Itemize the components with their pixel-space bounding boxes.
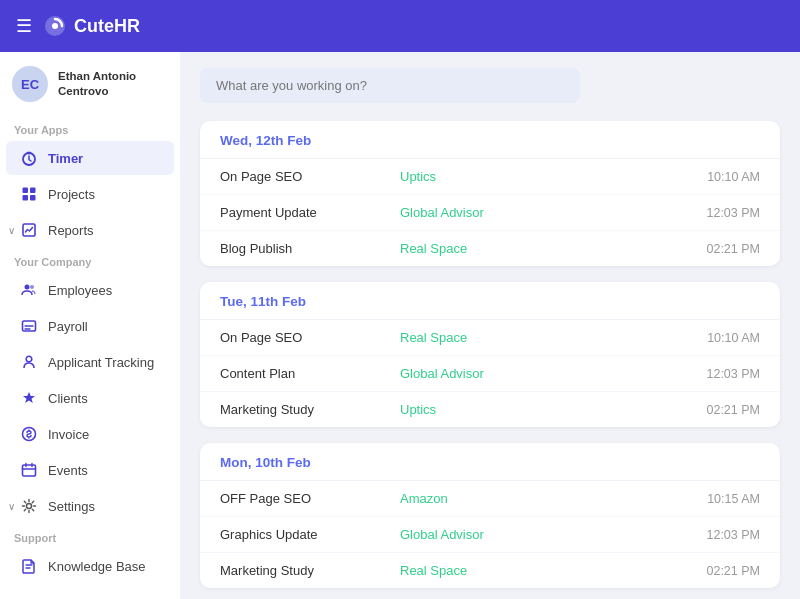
- sidebar-item-settings[interactable]: ∨ Settings: [6, 489, 174, 523]
- entry-task-name: Blog Publish: [220, 241, 400, 256]
- entry-time: 12:03 PM: [706, 528, 760, 542]
- day-header-2: Mon, 10th Feb: [200, 443, 780, 481]
- settings-icon: [20, 497, 38, 515]
- entry-company-name: Global Advisor: [400, 205, 706, 220]
- table-row[interactable]: On Page SEOUptics10:10 AM: [200, 159, 780, 195]
- clients-icon: [20, 389, 38, 407]
- sidebar-item-employees-label: Employees: [48, 283, 112, 298]
- sidebar-profile[interactable]: EC Ethan AntonioCentrovo: [0, 52, 180, 116]
- sidebar-item-payroll-label: Payroll: [48, 319, 88, 334]
- svg-rect-5: [23, 195, 29, 201]
- day-section-0: Wed, 12th FebOn Page SEOUptics10:10 AMPa…: [200, 121, 780, 266]
- entry-company-name: Real Space: [400, 241, 706, 256]
- avatar: EC: [12, 66, 48, 102]
- sidebar-item-reports[interactable]: ∨ Reports: [6, 213, 174, 247]
- svg-point-14: [27, 504, 32, 509]
- applicant-tracking-icon: [20, 353, 38, 371]
- main-content: Wed, 12th FebOn Page SEOUptics10:10 AMPa…: [180, 52, 800, 599]
- entry-time: 10:10 AM: [707, 170, 760, 184]
- table-row[interactable]: Graphics UpdateGlobal Advisor12:03 PM: [200, 517, 780, 553]
- entry-company-name: Real Space: [400, 330, 707, 345]
- sidebar-item-knowledge-base-label: Knowledge Base: [48, 559, 146, 574]
- sidebar-item-timer[interactable]: Timer: [6, 141, 174, 175]
- sidebar-item-invoice-label: Invoice: [48, 427, 89, 442]
- app-logo: CuteHR: [44, 15, 140, 37]
- sidebar-item-timer-label: Timer: [48, 151, 83, 166]
- day-header-1: Tue, 11th Feb: [200, 282, 780, 320]
- entry-task-name: On Page SEO: [220, 169, 400, 184]
- entry-time: 12:03 PM: [706, 206, 760, 220]
- payroll-icon: [20, 317, 38, 335]
- svg-point-1: [52, 23, 58, 29]
- svg-rect-6: [30, 195, 36, 201]
- svg-rect-3: [23, 188, 29, 194]
- table-row[interactable]: On Page SEOReal Space10:10 AM: [200, 320, 780, 356]
- entry-company-name: Uptics: [400, 402, 706, 417]
- reports-chevron-icon: ∨: [8, 225, 15, 236]
- settings-chevron-icon: ∨: [8, 501, 15, 512]
- invoice-icon: [20, 425, 38, 443]
- svg-rect-4: [30, 188, 36, 194]
- events-icon: [20, 461, 38, 479]
- table-row[interactable]: Content PlanGlobal Advisor12:03 PM: [200, 356, 780, 392]
- entry-time: 02:21 PM: [706, 564, 760, 578]
- projects-icon: [20, 185, 38, 203]
- sidebar-item-projects-label: Projects: [48, 187, 95, 202]
- sidebar-item-applicant-tracking[interactable]: Applicant Tracking: [6, 345, 174, 379]
- hamburger-icon[interactable]: ☰: [16, 15, 32, 37]
- entry-task-name: Payment Update: [220, 205, 400, 220]
- sidebar-item-events[interactable]: Events: [6, 453, 174, 487]
- svg-rect-13: [23, 465, 36, 476]
- entry-task-name: Content Plan: [220, 366, 400, 381]
- sidebar-item-clients[interactable]: Clients: [6, 381, 174, 415]
- entry-task-name: Marketing Study: [220, 402, 400, 417]
- app-name: CuteHR: [74, 16, 140, 37]
- entry-company-name: Amazon: [400, 491, 707, 506]
- day-section-2: Mon, 10th FebOFF Page SEOAmazon10:15 AMG…: [200, 443, 780, 588]
- entry-company-name: Uptics: [400, 169, 707, 184]
- day-header-0: Wed, 12th Feb: [200, 121, 780, 159]
- entry-time: 02:21 PM: [706, 242, 760, 256]
- sidebar-item-projects[interactable]: Projects: [6, 177, 174, 211]
- section-label-your-apps: Your Apps: [0, 116, 180, 140]
- table-row[interactable]: Payment UpdateGlobal Advisor12:03 PM: [200, 195, 780, 231]
- svg-point-9: [30, 285, 34, 289]
- knowledge-base-icon: [20, 557, 38, 575]
- entry-time: 02:21 PM: [706, 403, 760, 417]
- sidebar-item-events-label: Events: [48, 463, 88, 478]
- reports-icon: [20, 221, 38, 239]
- svg-point-8: [25, 285, 30, 290]
- entry-task-name: OFF Page SEO: [220, 491, 400, 506]
- sidebar-item-knowledge-base[interactable]: Knowledge Base: [6, 549, 174, 583]
- entry-task-name: On Page SEO: [220, 330, 400, 345]
- svg-point-11: [26, 356, 32, 362]
- table-row[interactable]: Blog PublishReal Space02:21 PM: [200, 231, 780, 266]
- sidebar-item-employees[interactable]: Employees: [6, 273, 174, 307]
- sidebar-item-clients-label: Clients: [48, 391, 88, 406]
- profile-name: Ethan AntonioCentrovo: [58, 69, 136, 99]
- entry-time: 12:03 PM: [706, 367, 760, 381]
- logo-icon: [44, 15, 66, 37]
- sidebar-item-applicant-tracking-label: Applicant Tracking: [48, 355, 154, 370]
- table-row[interactable]: OFF Page SEOAmazon10:15 AM: [200, 481, 780, 517]
- sidebar-item-settings-label: Settings: [48, 499, 95, 514]
- entry-company-name: Global Advisor: [400, 366, 706, 381]
- entry-task-name: Marketing Study: [220, 563, 400, 578]
- sidebar-item-payroll[interactable]: Payroll: [6, 309, 174, 343]
- sidebar-item-reports-label: Reports: [48, 223, 94, 238]
- sidebar-item-invoice[interactable]: Invoice: [6, 417, 174, 451]
- entry-company-name: Global Advisor: [400, 527, 706, 542]
- search-input[interactable]: [200, 68, 580, 103]
- day-section-1: Tue, 11th FebOn Page SEOReal Space10:10 …: [200, 282, 780, 427]
- employees-icon: [20, 281, 38, 299]
- table-row[interactable]: Marketing StudyReal Space02:21 PM: [200, 553, 780, 588]
- entry-time: 10:10 AM: [707, 331, 760, 345]
- entry-company-name: Real Space: [400, 563, 706, 578]
- section-label-your-company: Your Company: [0, 248, 180, 272]
- table-row[interactable]: Marketing StudyUptics02:21 PM: [200, 392, 780, 427]
- section-label-support: Support: [0, 524, 180, 548]
- timer-icon: [20, 149, 38, 167]
- entry-time: 10:15 AM: [707, 492, 760, 506]
- top-bar: ☰ CuteHR: [0, 0, 800, 52]
- sidebar: EC Ethan AntonioCentrovo Your Apps Timer: [0, 52, 180, 599]
